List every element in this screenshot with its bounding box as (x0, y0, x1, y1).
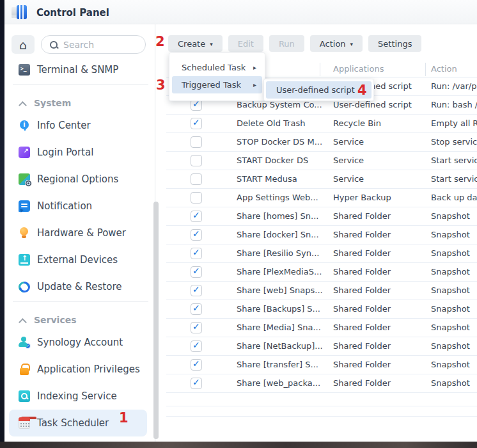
run-button[interactable]: Run (269, 35, 304, 52)
menu-item-scheduled-task[interactable]: Scheduled Task ▸ (169, 59, 265, 76)
table-row[interactable]: Share [Media] Sna... Shared Folder Snaps… (166, 319, 477, 337)
sidebar-section-services[interactable]: Services (4, 304, 155, 329)
table-row[interactable]: Share [Backups] S... Shared Folder Snaps… (166, 300, 477, 319)
row-checkbox[interactable] (191, 285, 202, 296)
row-checkbox[interactable] (191, 118, 202, 129)
column-separator[interactable] (425, 63, 426, 76)
menu-item-label: User-defined script (276, 85, 355, 95)
sidebar-scrollbar-thumb[interactable] (153, 202, 159, 439)
table-row[interactable]: Share [homes] Sn... Shared Folder Snapsh… (166, 207, 477, 226)
table-row[interactable]: Share [transfer] S... Shared Folder Snap… (166, 356, 477, 374)
row-checkbox[interactable] (191, 136, 202, 148)
sidebar-item-login-portal[interactable]: Login Portal (4, 139, 155, 166)
column-header-action[interactable]: Action (431, 64, 457, 74)
table-row[interactable]: Share [Resilio Syn... Shared Folder Snap… (166, 244, 477, 263)
application-cell: Recycle Bin (333, 118, 381, 128)
search-box[interactable] (41, 35, 146, 54)
table-footer-line (166, 406, 477, 406)
table-row[interactable]: Share [web_packa... Shared Folder Snapsh… (166, 374, 477, 393)
row-checkbox[interactable] (191, 173, 202, 185)
row-checkbox[interactable] (191, 266, 202, 278)
row-checkbox[interactable] (191, 378, 202, 389)
home-button[interactable]: ⌂ (12, 35, 35, 54)
chevron-up-icon (20, 101, 26, 107)
table-row[interactable]: Share [PlexMediaS... Shared Folder Snaps… (166, 263, 477, 282)
application-cell: Shared Folder (333, 211, 391, 221)
table-footer-line (166, 416, 477, 417)
sidebar-section-system[interactable]: System (4, 87, 155, 112)
action-button[interactable]: Action ▾ (310, 35, 363, 52)
sidebar-item-notification[interactable]: Notification (4, 193, 155, 220)
application-cell: Shared Folder (333, 248, 391, 258)
row-checkbox[interactable] (191, 192, 202, 204)
action-cell: Back up da (431, 193, 477, 202)
sidebar-item-indexing-service[interactable]: Indexing Service (4, 383, 155, 410)
sidebar-item-terminal-snmp[interactable]: Terminal & SNMP (4, 56, 155, 83)
column-separator[interactable] (320, 63, 320, 76)
regional-options-icon (19, 173, 30, 185)
annotation-3: 3 (156, 77, 166, 93)
table-row[interactable]: Share [NetBackup]... Shared Folder Snaps… (166, 337, 477, 356)
settings-button[interactable]: Settings (368, 35, 421, 52)
terminal-icon (19, 64, 30, 76)
menu-item-label: Triggered Task (182, 80, 241, 90)
sidebar-item-synology-account[interactable]: ✓ Synology Account (4, 329, 155, 356)
sidebar-item-application-privileges[interactable]: Application Privileges (4, 356, 155, 383)
row-checkbox[interactable] (191, 248, 202, 259)
desktop-background-edge (0, 442, 477, 448)
menu-item-triggered-task[interactable]: Triggered Task ▸ (172, 76, 262, 93)
table-row[interactable]: App Settings Web... Hyper Backup Back up… (166, 189, 477, 207)
task-name-cell: Share [web] Snaps... (237, 285, 323, 295)
application-cell: Service (333, 156, 364, 165)
sidebar-item-regional-options[interactable]: Regional Options (4, 166, 155, 193)
create-button[interactable]: Create ▾ (168, 35, 223, 52)
action-button-label: Action (320, 39, 346, 49)
table-row[interactable]: Delete Old Trash Recycle Bin Empty all R (166, 115, 477, 133)
row-checkbox[interactable] (191, 229, 202, 241)
table-row[interactable]: Share [docker] Sn... Shared Folder Snaps… (166, 226, 477, 244)
row-checkbox[interactable] (191, 340, 202, 352)
submenu-arrow-icon: ▸ (253, 64, 256, 71)
sidebar-item-list: Terminal & SNMP System Info Center Login… (4, 56, 155, 436)
table-row[interactable]: STOP Docker DS M... Service Stop servic (166, 133, 477, 152)
task-name-cell: Delete Old Trash (237, 118, 305, 128)
external-devices-icon (19, 254, 30, 266)
action-cell: Snapshot (431, 211, 470, 221)
action-cell: Snapshot (431, 323, 470, 332)
annotation-2: 2 (155, 34, 165, 49)
menu-item-user-defined-script[interactable]: User-defined script (266, 81, 371, 99)
edit-button[interactable]: Edit (228, 35, 263, 52)
task-name-cell: Share [Media] Sna... (237, 323, 321, 332)
row-checkbox[interactable] (191, 155, 202, 166)
row-checkbox[interactable] (191, 322, 202, 333)
table-row[interactable]: START Docker DS Service Start servic (166, 152, 477, 170)
action-cell: Snapshot (431, 267, 470, 276)
sidebar-item-update-restore[interactable]: Update & Restore (4, 273, 155, 300)
search-input[interactable] (63, 40, 139, 50)
action-cell: Run: bash / (431, 100, 477, 109)
sidebar-item-info-center[interactable]: Info Center (4, 112, 155, 139)
application-cell: Shared Folder (333, 267, 391, 276)
column-header-applications[interactable]: Applications (333, 64, 384, 74)
row-checkbox[interactable] (191, 211, 202, 222)
action-cell: Snapshot (431, 341, 470, 351)
sidebar-divider (13, 84, 148, 85)
task-name-cell: START Medusa (237, 174, 297, 184)
sidebar-top-bar: ⌂ (4, 35, 155, 54)
task-name-cell: Share [Resilio Syn... (237, 248, 319, 258)
action-cell: Stop servic (431, 137, 477, 147)
task-scheduler-icon (19, 417, 30, 429)
sidebar-item-external-devices[interactable]: External Devices (4, 246, 155, 273)
application-cell: Shared Folder (333, 341, 391, 351)
sidebar-item-hardware-power[interactable]: Hardware & Power (4, 220, 155, 246)
task-name-cell: Share [PlexMediaS... (237, 267, 322, 276)
table-row[interactable]: START Medusa Service Start servic (166, 170, 477, 189)
notification-icon (19, 200, 30, 212)
sidebar-item-label: Indexing Service (37, 390, 117, 402)
row-checkbox[interactable] (191, 359, 202, 371)
table-row[interactable]: Share [web] Snaps... Shared Folder Snaps… (166, 282, 477, 300)
action-cell: Snapshot (431, 378, 470, 388)
row-checkbox[interactable] (191, 303, 202, 315)
indexing-service-icon (19, 390, 30, 402)
application-cell: Hyper Backup (333, 193, 391, 202)
